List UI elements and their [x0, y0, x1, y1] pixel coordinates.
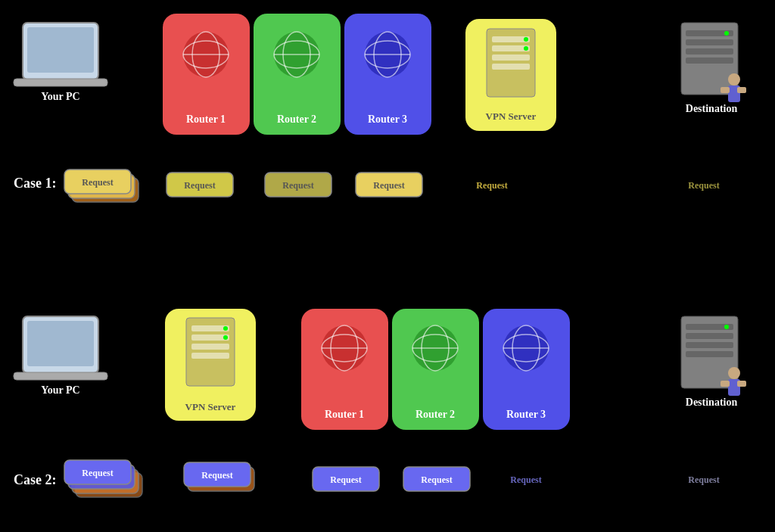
svg-point-75: [728, 367, 740, 379]
svg-rect-29: [686, 39, 733, 45]
svg-rect-78: [737, 381, 746, 387]
svg-rect-73: [686, 351, 733, 357]
svg-point-26: [524, 46, 528, 51]
svg-point-53: [223, 335, 228, 340]
case1-req1: Request: [82, 177, 113, 188]
svg-rect-36: [737, 87, 746, 93]
case2-destination-label: Destination: [686, 397, 738, 408]
case2-vpnserver-label: VPN Server: [185, 401, 236, 412]
case1-router3-label: Router 3: [368, 114, 407, 125]
svg-point-33: [728, 73, 740, 86]
svg-rect-72: [686, 342, 733, 348]
svg-rect-24: [492, 64, 530, 70]
case1-vpnserver-label: VPN Server: [486, 110, 537, 122]
case2-req3: Request: [330, 474, 361, 485]
case2-router2-label: Router 2: [416, 409, 455, 420]
svg-rect-77: [721, 381, 730, 387]
svg-rect-35: [721, 87, 730, 93]
svg-point-74: [724, 325, 729, 329]
svg-rect-51: [191, 353, 229, 359]
case1-router2-label: Router 2: [277, 114, 316, 125]
case2-router3-label: Router 3: [506, 409, 546, 420]
svg-rect-31: [686, 58, 733, 64]
case2-label: Case 2:: [14, 472, 57, 487]
case2-req2: Request: [201, 470, 232, 481]
case1-req2: Request: [184, 180, 215, 191]
case2-router1-label: Router 1: [325, 409, 364, 420]
svg-rect-44: [27, 321, 94, 366]
case1-yourpc-label: Your PC: [41, 91, 79, 102]
case1-destination-label: Destination: [686, 103, 738, 114]
case2-req5: Request: [510, 474, 541, 485]
svg-rect-30: [686, 48, 733, 54]
case1-req4: Request: [373, 180, 404, 191]
svg-rect-50: [191, 344, 229, 350]
svg-point-32: [724, 31, 729, 36]
case1-req5: Request: [476, 180, 507, 191]
case2-req4: Request: [421, 474, 452, 485]
svg-point-25: [524, 37, 528, 42]
svg-rect-71: [686, 333, 733, 339]
svg-rect-45: [14, 372, 107, 380]
svg-rect-3: [14, 79, 107, 86]
svg-rect-2: [27, 27, 94, 73]
case2-yourpc-label: Your PC: [41, 384, 79, 396]
case1-router1-label: Router 1: [186, 114, 226, 125]
svg-rect-23: [492, 54, 530, 61]
case1-req6: Request: [688, 180, 719, 191]
case1-label: Case 1:: [14, 176, 57, 191]
svg-point-52: [223, 326, 228, 331]
case1-req3: Request: [282, 180, 313, 191]
case2-req6: Request: [688, 474, 719, 485]
case2-req1: Request: [82, 468, 113, 478]
